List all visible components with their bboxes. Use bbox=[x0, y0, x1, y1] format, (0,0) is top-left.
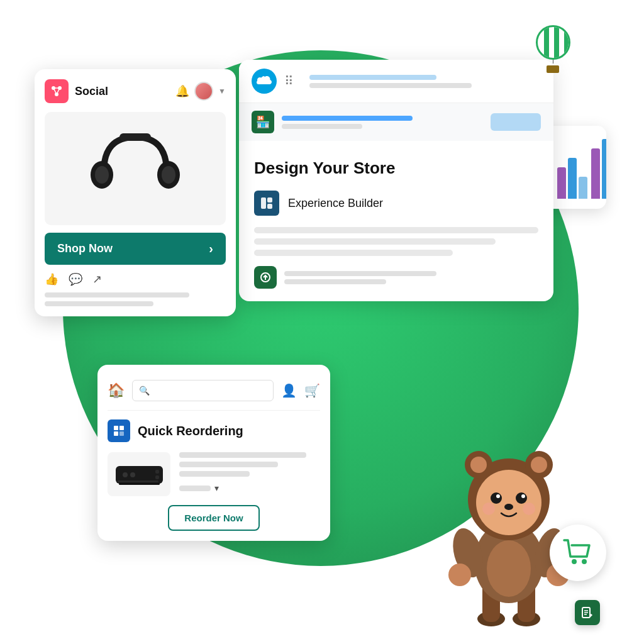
bell-icon: 🔔 bbox=[175, 84, 189, 98]
subheader-bar-2 bbox=[282, 124, 362, 129]
bar-group4-purple bbox=[591, 148, 600, 199]
svg-point-26 bbox=[130, 472, 135, 477]
main-card-header: ⠿ bbox=[239, 60, 553, 103]
like-icon[interactable]: 👍 bbox=[45, 272, 58, 286]
svg-rect-13 bbox=[267, 204, 272, 209]
subheader-accent-bar bbox=[491, 113, 541, 131]
main-card-body: Design Your Store Experience Builder bbox=[239, 141, 553, 301]
icon-row-line-2 bbox=[284, 279, 386, 284]
reorder-now-button[interactable]: Reorder Now bbox=[168, 505, 259, 531]
shop-now-label: Shop Now bbox=[57, 242, 113, 255]
design-store-title: Design Your Store bbox=[254, 158, 538, 178]
svg-point-49 bbox=[516, 492, 527, 504]
svg-point-9 bbox=[162, 166, 175, 184]
social-card-title: Social bbox=[75, 85, 108, 98]
social-app-logo bbox=[45, 79, 69, 103]
product-details: ▾ bbox=[179, 452, 320, 493]
experience-builder-icon bbox=[254, 191, 279, 216]
svg-rect-22 bbox=[114, 431, 118, 436]
headphone-product-image bbox=[45, 112, 226, 225]
svg-rect-11 bbox=[261, 197, 266, 209]
header-bar-2 bbox=[309, 83, 472, 88]
svg-point-7 bbox=[95, 166, 109, 184]
item-icon bbox=[254, 266, 277, 289]
svg-point-47 bbox=[476, 470, 541, 535]
design-store-card: ⠿ 🏪 Design Your Store Experience Builder bbox=[239, 60, 553, 301]
svg-point-54 bbox=[523, 502, 535, 515]
mascot-astro bbox=[446, 430, 572, 631]
svg-point-52 bbox=[504, 504, 513, 510]
subheader-bars bbox=[282, 116, 483, 129]
hot-air-balloon bbox=[531, 25, 575, 75]
quantity-dropdown[interactable]: ▾ bbox=[179, 483, 320, 493]
bar-group4-blue bbox=[602, 139, 606, 199]
quick-reorder-card: 🏠 🔍 👤 🛒 Quick Reordering bbox=[97, 365, 330, 541]
reorder-title-row: Quick Reordering bbox=[108, 419, 320, 442]
header-bar-1 bbox=[309, 75, 436, 80]
salesforce-logo bbox=[252, 69, 277, 94]
comment-icon[interactable]: 💬 bbox=[69, 272, 82, 286]
svg-point-45 bbox=[470, 457, 487, 473]
content-line-2 bbox=[254, 238, 496, 245]
svg-point-55 bbox=[572, 559, 577, 564]
speaker-product-image bbox=[108, 452, 170, 496]
svg-rect-30 bbox=[119, 483, 160, 485]
product-price-line bbox=[179, 471, 250, 477]
svg-point-36 bbox=[487, 540, 531, 597]
user-icon: 👤 bbox=[281, 383, 297, 398]
product-desc-line bbox=[179, 462, 278, 467]
share-icon[interactable]: ↗ bbox=[92, 272, 102, 286]
search-bar[interactable]: 🔍 bbox=[132, 380, 274, 401]
experience-builder-label: Experience Builder bbox=[288, 197, 383, 210]
report-icon bbox=[575, 600, 600, 625]
social-action-icons: 👍 💬 ↗ bbox=[45, 272, 226, 286]
svg-point-48 bbox=[491, 492, 502, 504]
icon-row-line-1 bbox=[284, 271, 436, 276]
icon-row bbox=[254, 266, 538, 289]
chevron-down-icon: ▼ bbox=[218, 87, 226, 96]
svg-rect-23 bbox=[119, 431, 124, 436]
social-card: Social 🔔 ▼ Shop Now › 👍 💬 ↗ bbox=[35, 69, 236, 316]
svg-point-39 bbox=[448, 564, 471, 586]
store-icon: 🏪 bbox=[252, 111, 274, 133]
svg-rect-29 bbox=[118, 480, 158, 482]
svg-point-50 bbox=[496, 494, 500, 498]
product-name-line bbox=[179, 452, 306, 458]
arrow-icon: › bbox=[209, 242, 213, 256]
social-card-header: Social 🔔 ▼ bbox=[45, 79, 226, 103]
svg-rect-12 bbox=[267, 197, 272, 203]
svg-rect-20 bbox=[114, 426, 118, 430]
svg-rect-28 bbox=[155, 475, 159, 479]
search-icon: 🔍 bbox=[139, 386, 150, 396]
chevron-down-icon: ▾ bbox=[214, 483, 219, 493]
text-line-2 bbox=[45, 301, 153, 306]
bar-group3-lightblue bbox=[579, 177, 587, 199]
social-header-icons: 🔔 ▼ bbox=[175, 82, 226, 101]
content-line-3 bbox=[254, 250, 453, 256]
svg-point-56 bbox=[582, 559, 587, 564]
icon-row-lines bbox=[284, 271, 538, 284]
svg-point-53 bbox=[482, 502, 495, 515]
svg-rect-10 bbox=[119, 133, 151, 141]
svg-point-25 bbox=[123, 472, 128, 477]
grid-icon: ⠿ bbox=[284, 74, 296, 89]
reorder-app-icon bbox=[108, 419, 130, 442]
text-line-1 bbox=[45, 292, 189, 297]
svg-point-46 bbox=[531, 457, 547, 473]
content-lines bbox=[254, 227, 538, 256]
svg-rect-27 bbox=[155, 470, 159, 474]
avatar bbox=[194, 82, 213, 101]
dropdown-label bbox=[179, 486, 211, 491]
reorder-card-title: Quick Reordering bbox=[138, 424, 243, 438]
header-decorative-bars bbox=[309, 75, 541, 88]
cart-bubble bbox=[550, 525, 606, 581]
experience-builder-row: Experience Builder bbox=[254, 191, 538, 216]
home-icon: 🏠 bbox=[108, 382, 125, 399]
product-row: ▾ bbox=[108, 452, 320, 496]
shop-now-button[interactable]: Shop Now › bbox=[45, 233, 226, 265]
reorder-card-header: 🏠 🔍 👤 🛒 bbox=[108, 375, 320, 411]
cart-header-icon: 🛒 bbox=[304, 383, 320, 398]
bar-group3-blue bbox=[568, 158, 577, 199]
bar-group3-purple bbox=[557, 167, 566, 199]
svg-rect-21 bbox=[119, 426, 124, 430]
